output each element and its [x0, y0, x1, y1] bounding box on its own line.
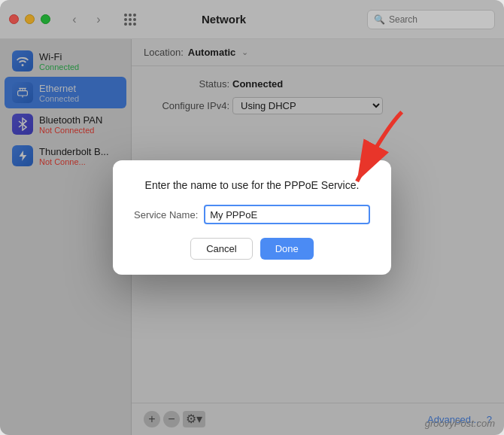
cancel-button[interactable]: Cancel: [190, 238, 252, 260]
dialog: Enter the name to use for the PPPoE Serv…: [113, 160, 391, 275]
dialog-overlay: Enter the name to use for the PPPoE Serv…: [0, 0, 504, 435]
done-button[interactable]: Done: [260, 238, 314, 260]
service-name-label: Service Name:: [134, 209, 198, 221]
dialog-field-row: Service Name:: [134, 205, 370, 224]
window: ‹ › Network 🔍: [0, 0, 504, 435]
dialog-message: Enter the name to use for the PPPoE Serv…: [134, 178, 370, 193]
service-name-input[interactable]: [204, 205, 370, 224]
dialog-buttons: Cancel Done: [134, 238, 370, 260]
